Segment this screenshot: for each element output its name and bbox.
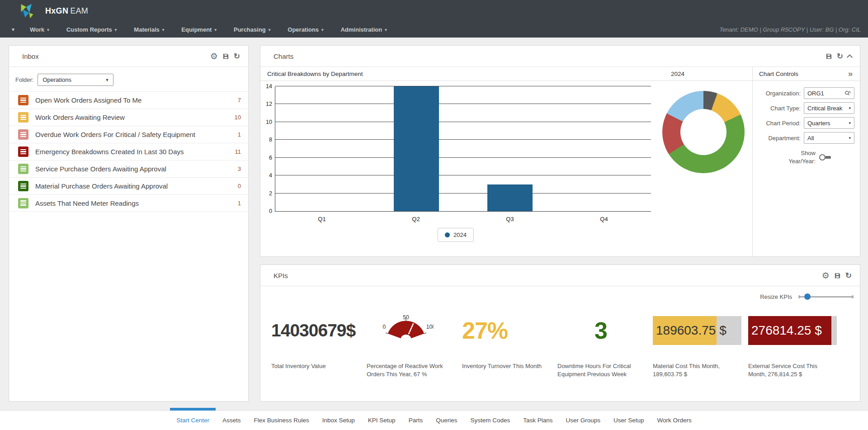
right-column: Charts ↻ Critical Breakdowns by Departme… <box>260 45 860 402</box>
chart-subheader: Critical Breakdowns by Department 2024 <box>260 67 752 81</box>
kpi-item-total-inventory-value: 14030679$Total Inventory Value <box>271 312 367 378</box>
control-field-chart-period[interactable]: Quarters▾ <box>804 117 854 129</box>
bottom-link-user-groups[interactable]: User Groups <box>566 417 601 424</box>
grid-line <box>275 139 651 140</box>
app-title-bold: HxGN <box>45 6 68 15</box>
chevron-down-icon: ▾ <box>849 136 851 140</box>
inbox-list: Open Work Orders Assigned To Me7Work Ord… <box>9 91 248 212</box>
inbox-item-count: 11 <box>235 148 241 155</box>
kpi-row: 14030679$Total Inventory Value 0 50 100 … <box>266 303 854 378</box>
legend-label: 2024 <box>453 232 467 238</box>
donut-chart-title: 2024 <box>671 71 684 77</box>
bottom-link-assets[interactable]: Assets <box>222 417 241 424</box>
bottom-link-flex-business-rules[interactable]: Flex Business Rules <box>254 417 309 424</box>
inbox-item[interactable]: Service Purchase Orders Awaiting Approva… <box>9 160 248 177</box>
charts-collapse-icon[interactable] <box>848 53 852 59</box>
chart-controls-expand-icon[interactable]: » <box>848 70 853 78</box>
kpis-refresh-icon[interactable]: ↻ <box>845 272 852 279</box>
menu-administration[interactable]: Administration▾ <box>340 26 387 33</box>
folder-select[interactable]: Operations ▼ <box>38 74 113 86</box>
legend-item-2024: 2024 <box>438 228 474 242</box>
inbox-refresh-icon[interactable]: ↻ <box>234 52 240 60</box>
bottom-link-kpi-setup[interactable]: KPI Setup <box>368 417 396 424</box>
chart-area: Critical Breakdowns by Department 2024 0… <box>260 67 752 256</box>
lookup-magnifier-icon[interactable] <box>844 90 851 96</box>
hxgn-logo-icon <box>17 2 34 19</box>
inbox-item-count: 10 <box>235 114 241 121</box>
resize-kpis-slider[interactable] <box>798 293 854 300</box>
menu-label: Equipment <box>181 26 212 33</box>
nav-expand-icon[interactable]: ▼ <box>11 27 15 32</box>
menu-equipment[interactable]: Equipment▾ <box>181 26 217 33</box>
kpis-body: Resize KPIs 14030679$Total Inventory Val… <box>260 286 860 378</box>
control-field-organization[interactable]: ORG1 <box>804 87 854 99</box>
inbox-item-icon <box>18 181 28 191</box>
chevron-down-icon: ▾ <box>849 106 851 110</box>
kpis-settings-gear-icon[interactable]: ⚙ <box>822 271 830 280</box>
menu-label: Purchasing <box>234 26 266 33</box>
charts-title: Charts <box>274 52 293 60</box>
kpi-visual: 189603.75 $ <box>653 312 748 349</box>
inbox-item[interactable]: Emergency Breakdowns Created In Last 30 … <box>9 143 248 160</box>
legend-dot <box>445 232 450 237</box>
control-field-value: Quarters <box>807 120 849 127</box>
control-field-department[interactable]: All▾ <box>804 132 854 144</box>
kpi-label: Material Cost This Month, 189,603.75 $ <box>653 362 735 378</box>
menu-custom-reports[interactable]: Custom Reports▾ <box>66 26 117 33</box>
menu-purchasing[interactable]: Purchasing▾ <box>234 26 270 33</box>
charts-save-icon[interactable] <box>826 53 832 60</box>
chevron-down-icon: ▾ <box>269 28 271 32</box>
kpi-value: 27% <box>462 317 508 344</box>
control-label: Organization: <box>766 90 801 97</box>
grid-line <box>275 193 651 194</box>
kpi-visual: 14030679$ <box>271 312 367 349</box>
menu-operations[interactable]: Operations▾ <box>288 26 323 33</box>
slider-knob[interactable] <box>804 293 811 300</box>
kpi-visual: 276814.25 $ <box>748 312 844 349</box>
chart-legend: 2024 <box>260 228 651 242</box>
chevron-down-icon: ▾ <box>321 28 324 32</box>
folder-select-value: Operations <box>42 76 71 83</box>
bottom-link-parts[interactable]: Parts <box>409 417 423 424</box>
inbox-item-icon <box>18 129 28 140</box>
bottom-link-user-setup[interactable]: User Setup <box>613 417 644 424</box>
chevron-down-icon: ▼ <box>105 78 109 82</box>
menu-materials[interactable]: Materials▾ <box>134 26 164 33</box>
show-year-year-label: Show Year/Year: <box>782 149 816 165</box>
inbox-item[interactable]: Material Purchase Orders Awaiting Approv… <box>9 177 248 194</box>
menu-work[interactable]: Work▾ <box>30 26 49 33</box>
kpi-item-downtime-hours-for-critical-eq: 3Downtime Hours For Critical Equipment P… <box>557 312 653 378</box>
inbox-item[interactable]: Assets That Need Meter Readings1 <box>9 194 248 212</box>
y-axis-tick-label: 6 <box>269 155 272 161</box>
bottom-link-work-orders[interactable]: Work Orders <box>657 417 692 424</box>
inbox-item[interactable]: Open Work Orders Assigned To Me7 <box>9 91 248 109</box>
show-year-year-toggle[interactable] <box>819 154 831 161</box>
bottom-link-inbox-setup[interactable]: Inbox Setup <box>322 417 355 424</box>
inbox-panel: Inbox ⚙ ↻ Folder: Operations ▼ Open Work… <box>9 45 249 402</box>
brand-row: HxGNEAM <box>0 0 868 22</box>
bar-q3 <box>487 184 533 211</box>
control-row-department: Department:All▾ <box>753 132 854 144</box>
control-field-chart-type[interactable]: Critical Break▾ <box>804 102 854 114</box>
bottom-link-queries[interactable]: Queries <box>436 417 457 424</box>
chevron-down-icon: ▾ <box>214 28 217 32</box>
bottom-link-task-plans[interactable]: Task Plans <box>523 417 552 424</box>
bottom-link-start-center[interactable]: Start Center <box>176 417 209 424</box>
inbox-item[interactable]: Overdue Work Orders For Critical / Safet… <box>9 126 248 143</box>
inbox-save-icon[interactable] <box>222 53 229 60</box>
inbox-settings-gear-icon[interactable]: ⚙ <box>210 52 218 61</box>
y-axis-tick-label: 0 <box>269 208 272 214</box>
tenant-info: Tenant: DEMO | Group R5COPY | User: BG |… <box>719 26 861 33</box>
kpis-save-icon[interactable] <box>834 272 841 279</box>
main-menu-bar: ▼ Work▾Custom Reports▾Materials▾Equipmen… <box>0 22 868 38</box>
toggle-knob <box>819 154 826 161</box>
bottom-link-system-codes[interactable]: System Codes <box>470 417 510 424</box>
charts-refresh-icon[interactable]: ↻ <box>837 52 843 60</box>
kpi-value: 3 <box>594 317 607 344</box>
chart-controls-title: Chart Controls <box>759 71 798 77</box>
x-axis-tick-label: Q4 <box>600 216 608 222</box>
chevron-down-icon: ▾ <box>47 28 49 32</box>
inbox-item-count: 0 <box>238 183 241 189</box>
inbox-item[interactable]: Work Orders Awaiting Review10 <box>9 109 248 126</box>
svg-text:100: 100 <box>426 324 434 330</box>
